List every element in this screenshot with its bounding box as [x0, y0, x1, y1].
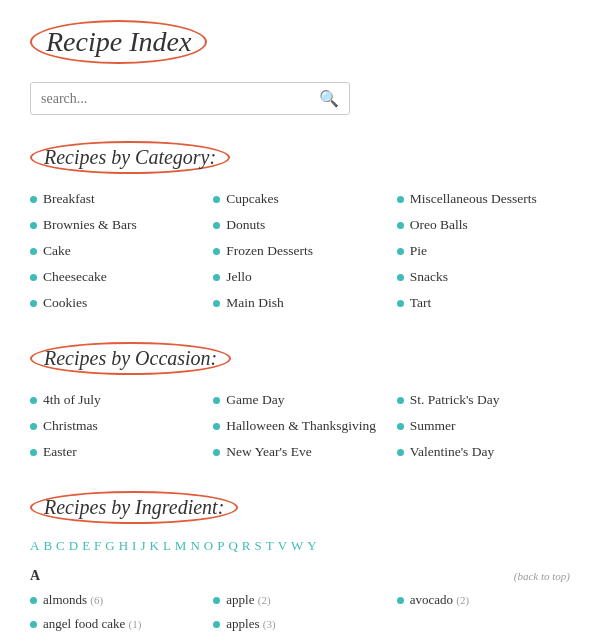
bullet-icon	[213, 597, 220, 604]
alpha-y[interactable]: Y	[307, 538, 316, 554]
category-link[interactable]: Cheesecake	[43, 269, 107, 285]
page-title: Recipe Index	[30, 20, 207, 64]
list-item: Frozen Desserts	[213, 240, 386, 262]
bullet-icon	[397, 196, 404, 203]
occasion-link[interactable]: Valentine's Day	[410, 444, 495, 460]
bullet-icon	[397, 274, 404, 281]
category-link[interactable]: Breakfast	[43, 191, 95, 207]
bullet-icon	[30, 397, 37, 404]
category-link[interactable]: Donuts	[226, 217, 265, 233]
alpha-h[interactable]: H	[119, 538, 128, 554]
ingredient-letter-header: A (back to top)	[30, 568, 570, 584]
category-link[interactable]: Cupcakes	[226, 191, 278, 207]
list-item: Cheesecake	[30, 266, 203, 288]
alpha-q[interactable]: Q	[228, 538, 237, 554]
alpha-a[interactable]: A	[30, 538, 39, 554]
bullet-icon	[213, 621, 220, 628]
alpha-k[interactable]: K	[150, 538, 159, 554]
bullet-icon	[397, 449, 404, 456]
alpha-e[interactable]: E	[82, 538, 90, 554]
category-link[interactable]: Oreo Balls	[410, 217, 468, 233]
search-input[interactable]	[41, 91, 319, 107]
category-link[interactable]: Main Dish	[226, 295, 283, 311]
ingredient-grid-a: almonds (6) apple (2) avocado (2) angel …	[30, 590, 570, 634]
ingredient-link[interactable]: apples (3)	[226, 616, 275, 632]
list-item: Easter	[30, 441, 203, 463]
occasion-section: Recipes by Occasion: 4th of July Game Da…	[30, 342, 570, 463]
alpha-i[interactable]: I	[132, 538, 136, 554]
category-link[interactable]: Jello	[226, 269, 252, 285]
list-item: Miscellaneous Desserts	[397, 188, 570, 210]
occasion-link[interactable]: Game Day	[226, 392, 284, 408]
occasion-link[interactable]: St. Patrick's Day	[410, 392, 500, 408]
bullet-icon	[213, 196, 220, 203]
category-grid: Breakfast Cupcakes Miscellaneous Dessert…	[30, 188, 570, 314]
alpha-w[interactable]: W	[291, 538, 303, 554]
list-item: Tart	[397, 292, 570, 314]
bullet-icon	[30, 274, 37, 281]
alpha-n[interactable]: N	[190, 538, 199, 554]
alpha-c[interactable]: C	[56, 538, 65, 554]
category-link[interactable]: Brownies & Bars	[43, 217, 137, 233]
occasion-link[interactable]: New Year's Eve	[226, 444, 311, 460]
alpha-r[interactable]: R	[242, 538, 251, 554]
category-link[interactable]: Tart	[410, 295, 432, 311]
ingredient-link[interactable]: angel food cake (1)	[43, 616, 141, 632]
ingredient-section: Recipes by Ingredient: A B C D E F G H I…	[30, 491, 570, 644]
ingredient-link[interactable]: avocado (2)	[410, 592, 469, 608]
letter-label: A	[30, 568, 40, 584]
alpha-l[interactable]: L	[163, 538, 171, 554]
bullet-icon	[30, 621, 37, 628]
alpha-s[interactable]: S	[254, 538, 261, 554]
ingredient-link[interactable]: almonds (6)	[43, 592, 103, 608]
bullet-icon	[213, 300, 220, 307]
bullet-icon	[397, 248, 404, 255]
occasion-link[interactable]: Summer	[410, 418, 456, 434]
occasion-link[interactable]: Christmas	[43, 418, 98, 434]
list-item: almonds (6)	[30, 590, 203, 610]
occasion-link[interactable]: Easter	[43, 444, 77, 460]
bullet-icon	[30, 597, 37, 604]
bullet-icon	[397, 397, 404, 404]
alpha-f[interactable]: F	[94, 538, 101, 554]
list-item: angel food cake (1)	[30, 614, 203, 634]
occasion-link[interactable]: Halloween & Thanksgiving	[226, 418, 376, 434]
alpha-t[interactable]: T	[266, 538, 274, 554]
search-bar: 🔍	[30, 82, 350, 115]
alpha-j[interactable]: J	[140, 538, 145, 554]
list-item: Cake	[30, 240, 203, 262]
bullet-icon	[213, 423, 220, 430]
bullet-icon	[213, 248, 220, 255]
search-icon[interactable]: 🔍	[319, 89, 339, 108]
ingredient-count: (6)	[90, 594, 103, 606]
list-item: Valentine's Day	[397, 441, 570, 463]
bullet-icon	[397, 222, 404, 229]
ingredient-section-title: Recipes by Ingredient:	[30, 491, 238, 524]
category-link[interactable]: Miscellaneous Desserts	[410, 191, 537, 207]
alpha-b[interactable]: B	[43, 538, 52, 554]
list-item: Pie	[397, 240, 570, 262]
occasion-link[interactable]: 4th of July	[43, 392, 101, 408]
alphabet-nav: A B C D E F G H I J K L M N O P Q R S T …	[30, 538, 570, 554]
ingredient-link[interactable]: apple (2)	[226, 592, 270, 608]
alpha-d[interactable]: D	[69, 538, 78, 554]
category-link[interactable]: Pie	[410, 243, 427, 259]
list-item: apple (2)	[213, 590, 386, 610]
list-item: Summer	[397, 415, 570, 437]
alpha-o[interactable]: O	[204, 538, 213, 554]
alpha-v[interactable]: V	[278, 538, 287, 554]
alpha-m[interactable]: M	[175, 538, 187, 554]
category-link[interactable]: Cookies	[43, 295, 87, 311]
occasion-section-title: Recipes by Occasion:	[30, 342, 231, 375]
list-item: Oreo Balls	[397, 214, 570, 236]
alpha-g[interactable]: G	[105, 538, 114, 554]
back-to-top[interactable]: (back to top)	[514, 570, 570, 582]
list-item: Jello	[213, 266, 386, 288]
bullet-icon	[397, 423, 404, 430]
category-link[interactable]: Snacks	[410, 269, 448, 285]
category-link[interactable]: Cake	[43, 243, 71, 259]
alpha-p[interactable]: P	[217, 538, 224, 554]
bullet-icon	[30, 196, 37, 203]
category-link[interactable]: Frozen Desserts	[226, 243, 313, 259]
list-item: Main Dish	[213, 292, 386, 314]
